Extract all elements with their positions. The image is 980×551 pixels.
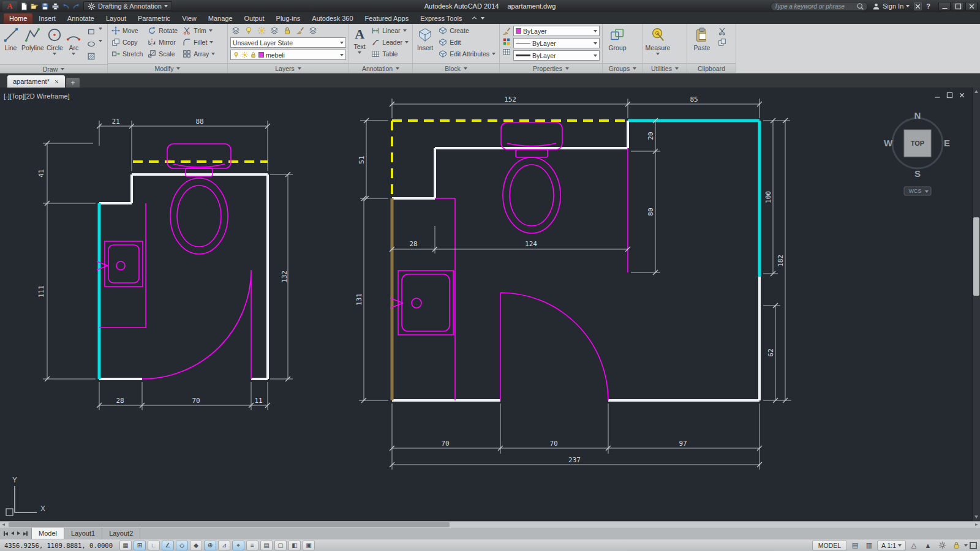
polyline-button[interactable]: Polyline <box>21 26 44 53</box>
dim-label[interactable]: 51 <box>358 156 366 163</box>
dim-label[interactable]: 80 <box>647 208 655 216</box>
scroll-right-arrow[interactable] <box>975 523 978 526</box>
dim-label[interactable]: 62 <box>767 348 775 356</box>
workspace-switch-icon[interactable] <box>936 541 948 550</box>
layer-freeze-icon[interactable] <box>270 26 279 35</box>
viewcube-west[interactable]: W <box>884 138 893 148</box>
properties-list-icon[interactable] <box>502 48 511 56</box>
wcs-label[interactable]: WCS <box>909 188 922 194</box>
snap-toggle[interactable]: ▦ <box>119 541 132 550</box>
tab-manage[interactable]: Manage <box>203 13 238 24</box>
group-button[interactable]: Group <box>605 26 630 53</box>
ortho-toggle[interactable]: ∟ <box>148 541 160 550</box>
edit-block-button[interactable]: Edit <box>437 37 497 47</box>
linear-dimension-button[interactable]: Linear <box>370 26 410 36</box>
dimensions-right[interactable]: 152 85 51 20 80 100 182 28 124 131 62 70… <box>355 96 791 470</box>
viewport-restore-button[interactable] <box>944 91 954 99</box>
layer-properties-icon[interactable] <box>232 26 240 35</box>
dim-label[interactable]: 20 <box>647 132 655 140</box>
dim-label[interactable]: 182 <box>777 255 785 267</box>
dim-label[interactable]: 85 <box>690 96 698 103</box>
dim-label[interactable]: 11 <box>254 397 262 405</box>
dim-label[interactable]: 131 <box>355 293 363 305</box>
scroll-down-arrow[interactable] <box>974 515 978 519</box>
scrollbar-thumb[interactable] <box>9 522 450 527</box>
mirror-button[interactable]: Mirror <box>146 37 179 47</box>
dim-label[interactable]: 152 <box>504 96 516 103</box>
scale-button[interactable]: Scale <box>146 49 179 59</box>
tab-plugins[interactable]: Plug-ins <box>271 13 306 24</box>
osnap3d-toggle[interactable]: ◆ <box>190 541 202 550</box>
leader-button[interactable]: Leader <box>370 37 410 47</box>
dim-label[interactable]: 97 <box>679 440 687 448</box>
tab-layout1[interactable]: Layout1 <box>64 528 102 539</box>
maximize-button[interactable] <box>952 2 964 11</box>
cut-icon[interactable] <box>718 27 726 36</box>
horizontal-scrollbar[interactable] <box>0 521 980 528</box>
annotation-autoscale-icon[interactable]: ▲ <box>922 541 934 550</box>
minimize-button[interactable] <box>938 2 951 11</box>
door-swing[interactable] <box>142 270 251 379</box>
tab-view[interactable]: View <box>176 13 202 24</box>
exchange-apps-icon[interactable] <box>914 2 922 10</box>
vertical-scrollbar[interactable] <box>972 88 980 521</box>
dim-label[interactable]: 237 <box>568 456 581 464</box>
ribbon-minimize-button[interactable] <box>470 14 478 22</box>
object-color-combo[interactable]: ByLayer <box>513 26 600 36</box>
viewport-close-button[interactable] <box>957 91 967 99</box>
text-button[interactable]: AText <box>352 26 368 55</box>
viewcube-east[interactable]: E <box>944 138 950 148</box>
hatch-icon[interactable] <box>87 52 96 61</box>
dim-label[interactable]: 124 <box>525 240 537 248</box>
layer-off-icon[interactable] <box>244 26 253 35</box>
array-button[interactable]: Array <box>181 49 216 59</box>
model-space-viewport[interactable]: [-][Top][2D Wireframe] <box>0 88 980 521</box>
model-space-button[interactable]: MODEL <box>812 541 847 550</box>
tab-layout2[interactable]: Layout2 <box>102 528 140 539</box>
fillet-button[interactable]: Fillet <box>181 37 216 47</box>
quick-properties-toggle[interactable]: ▢ <box>274 541 287 550</box>
close-icon[interactable] <box>54 79 59 84</box>
annotation-visibility-icon[interactable]: △ <box>908 541 920 550</box>
viewcube-top-label[interactable]: TOP <box>911 140 924 147</box>
dim-label[interactable]: 132 <box>281 271 288 283</box>
tab-autodesk360[interactable]: Autodesk 360 <box>306 13 358 24</box>
sink[interactable] <box>97 241 143 287</box>
panel-label-clipboard[interactable]: Clipboard <box>687 63 736 73</box>
floor-plan-left[interactable]: 21 88 41 111 132 28 70 11 <box>37 118 293 410</box>
tab-annotate[interactable]: Annotate <box>62 13 100 24</box>
properties-grid-icon[interactable] <box>502 37 511 46</box>
dim-label[interactable]: 111 <box>37 285 45 298</box>
ellipse-icon[interactable] <box>87 40 96 48</box>
last-layout-button[interactable] <box>23 530 28 537</box>
panel-label-layers[interactable]: Layers <box>228 63 349 73</box>
panel-label-utilities[interactable]: Utilities <box>643 63 687 73</box>
create-block-button[interactable]: Create <box>437 26 497 36</box>
viewport-minimize-button[interactable] <box>932 91 942 99</box>
clean-screen-button[interactable] <box>970 542 977 549</box>
osnap-toggle[interactable]: ◇ <box>176 541 188 550</box>
redo-icon[interactable] <box>72 2 80 10</box>
save-icon[interactable] <box>41 2 49 10</box>
rotate-button[interactable]: Rotate <box>146 26 179 36</box>
grid-toggle[interactable]: ⊞ <box>134 541 146 550</box>
copy-clip-icon[interactable] <box>718 38 726 47</box>
line-button[interactable]: Line <box>2 26 19 53</box>
ducs-toggle[interactable]: ⊿ <box>218 541 230 550</box>
measure-button[interactable]: Measure <box>646 26 670 56</box>
next-layout-button[interactable] <box>17 531 20 535</box>
layer-isolate-icon[interactable] <box>257 26 266 35</box>
polar-toggle[interactable]: ∠ <box>162 541 174 550</box>
scroll-up-arrow[interactable] <box>974 90 978 93</box>
model-space-canvas[interactable]: 21 88 41 111 132 28 70 11 <box>0 88 980 521</box>
layer-walk-icon[interactable] <box>309 26 317 35</box>
panel-label-draw[interactable]: Draw <box>0 64 107 73</box>
plot-icon[interactable] <box>51 2 59 10</box>
stretch-button[interactable]: Stretch <box>110 49 144 59</box>
scroll-left-arrow[interactable] <box>2 523 5 526</box>
arc-button[interactable]: Arc <box>66 26 82 56</box>
toilet[interactable] <box>501 122 562 233</box>
circle-button[interactable]: Circle <box>47 26 63 56</box>
dim-label[interactable]: 41 <box>37 169 45 177</box>
layer-match-icon[interactable] <box>296 26 304 35</box>
